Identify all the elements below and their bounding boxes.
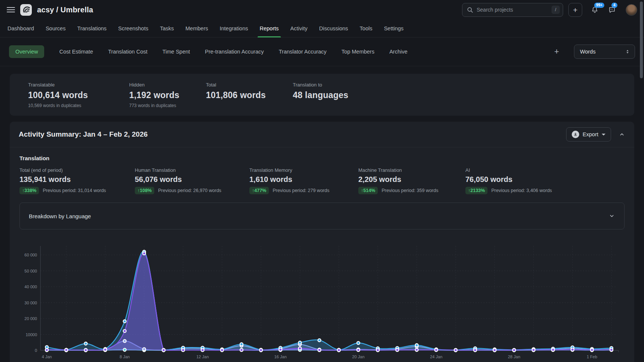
stat-translation-to: Translation to 48 languages	[283, 82, 348, 108]
metric-value: 2,205 words	[358, 175, 465, 184]
search-box[interactable]: /	[462, 3, 563, 17]
metric-label: Translation Memory	[249, 167, 358, 173]
change-badge: ↑514%	[358, 187, 378, 194]
svg-text:10000: 10000	[25, 332, 37, 337]
nav-item-members[interactable]: Members	[185, 19, 208, 37]
svg-text:40 000: 40 000	[24, 285, 37, 289]
logo-swirl-icon	[22, 5, 31, 14]
nav-item-tools[interactable]: Tools	[360, 19, 373, 37]
scrollbar[interactable]	[640, 1, 643, 78]
translation-activity-chart: 01000020 00030 00040 00050 00060 0004 Ja…	[19, 238, 625, 362]
tab-time-spent[interactable]: Time Spent	[162, 49, 190, 55]
activity-body: Translation Total (end of period) 135,94…	[10, 147, 634, 362]
tab-translation-cost[interactable]: Translation Cost	[108, 49, 148, 55]
svg-text:30 000: 30 000	[24, 301, 37, 305]
plus-icon: +	[573, 6, 577, 14]
messages-badge: 4	[611, 3, 617, 8]
activity-summary-card: Activity Summary: Jan 4 – Feb 2, 2026 Ex…	[10, 122, 634, 362]
nav-item-activity[interactable]: Activity	[290, 19, 307, 37]
previous-period: Previous period: 3,406 words	[491, 188, 552, 193]
stat-value: 1,192 words	[129, 90, 197, 100]
user-avatar[interactable]	[626, 4, 637, 16]
search-icon	[467, 7, 473, 13]
project-nav: Dashboard Sources Translations Screensho…	[0, 19, 644, 37]
tab-translator-accuracy[interactable]: Translator Accuracy	[279, 49, 327, 55]
nav-item-tasks[interactable]: Tasks	[160, 19, 174, 37]
metric-value: 1,610 words	[249, 175, 358, 184]
messages-button[interactable]: 4	[607, 5, 617, 15]
svg-text:60 000: 60 000	[24, 253, 37, 257]
svg-text:24 Jan: 24 Jan	[430, 355, 442, 359]
nav-item-reports[interactable]: Reports	[260, 19, 279, 37]
tab-archive[interactable]: Archive	[389, 49, 407, 55]
metric-label: Total (end of period)	[19, 167, 135, 173]
export-button[interactable]: Export	[566, 127, 611, 142]
nav-item-screenshots[interactable]: Screenshots	[118, 19, 149, 37]
stat-hidden: Hidden 1,192 words 773 words in duplicat…	[120, 82, 197, 108]
create-project-button[interactable]: +	[568, 3, 582, 17]
tab-overview[interactable]: Overview	[9, 45, 44, 58]
nav-item-integrations[interactable]: Integrations	[220, 19, 248, 37]
nav-item-translations[interactable]: Translations	[77, 19, 106, 37]
change-badge: ↑108%	[135, 187, 154, 194]
search-shortcut-key: /	[552, 6, 560, 14]
notifications-button[interactable]: 99+	[590, 5, 599, 15]
notifications-badge: 99+	[594, 3, 604, 8]
search-input[interactable]	[477, 7, 548, 13]
select-arrows-icon	[625, 49, 630, 55]
breakdown-label: Breakdown by Language	[29, 213, 91, 219]
svg-text:12 Jan: 12 Jan	[196, 355, 209, 359]
export-label: Export	[583, 131, 598, 137]
stat-sub: 10,569 words in duplicates	[28, 103, 120, 108]
nav-item-dashboard[interactable]: Dashboard	[7, 19, 34, 37]
collapse-section-button[interactable]	[619, 131, 625, 138]
svg-text:20 Jan: 20 Jan	[352, 355, 364, 359]
translation-section-title: Translation	[19, 155, 625, 161]
tab-cost-estimate[interactable]: Cost Estimate	[59, 49, 93, 55]
svg-text:50 000: 50 000	[24, 269, 37, 273]
nav-item-discussions[interactable]: Discussions	[319, 19, 348, 37]
breakdown-by-language-toggle[interactable]: Breakdown by Language	[19, 203, 625, 229]
stat-label: Translatable	[28, 82, 120, 88]
metric-ai: AI 76,050 words ↑2133% Previous period: …	[465, 167, 552, 194]
app-root: acsy / Umbrella / + 99+ 4	[0, 0, 644, 362]
previous-period: Previous period: 279 words	[273, 188, 329, 193]
unit-selector-value: Words	[580, 49, 596, 55]
unit-selector[interactable]: Words	[574, 45, 635, 59]
metric-label: Human Translation	[135, 167, 249, 173]
stat-label: Hidden	[129, 82, 197, 88]
nav-item-sources[interactable]: Sources	[46, 19, 66, 37]
project-logo[interactable]	[20, 4, 32, 16]
stat-label: Total	[206, 82, 283, 88]
stat-value: 100,614 words	[28, 90, 120, 100]
activity-title: Activity Summary: Jan 4 – Feb 2, 2026	[19, 130, 148, 139]
svg-text:1 Feb: 1 Feb	[587, 355, 597, 359]
metric-label: AI	[465, 167, 552, 173]
word-stats-card: Translatable 100,614 words 10,569 words …	[10, 74, 634, 116]
add-report-button[interactable]: +	[554, 48, 559, 56]
svg-text:16 Jan: 16 Jan	[274, 355, 286, 359]
svg-text:8 Jan: 8 Jan	[120, 355, 130, 359]
metric-human-translation: Human Translation 56,076 words ↑108% Pre…	[135, 167, 249, 194]
chevron-up-icon	[619, 131, 625, 138]
caret-down-icon	[602, 134, 605, 136]
reports-subnav: Overview Cost Estimate Translation Cost …	[0, 37, 644, 66]
svg-text:4 Jan: 4 Jan	[42, 355, 52, 359]
metric-total-end-of-period: Total (end of period) 135,941 words ↑338…	[19, 167, 135, 194]
activity-actions: Export	[566, 127, 625, 142]
hamburger-menu-icon[interactable]	[7, 7, 15, 12]
plus-icon: +	[554, 47, 559, 56]
change-badge: ↑2133%	[465, 187, 487, 194]
stat-total: Total 101,806 words	[197, 82, 283, 108]
svg-text:28 Jan: 28 Jan	[508, 355, 520, 359]
nav-item-settings[interactable]: Settings	[384, 19, 403, 37]
tab-pre-translation-accuracy[interactable]: Pre-translation Accuracy	[205, 49, 264, 55]
activity-header: Activity Summary: Jan 4 – Feb 2, 2026 Ex…	[10, 122, 634, 147]
svg-text:0: 0	[35, 348, 37, 353]
activity-chart-area: 01000020 00030 00040 00050 00060 0004 Ja…	[19, 238, 625, 362]
chevron-down-icon	[608, 213, 615, 219]
previous-period: Previous period: 359 words	[382, 188, 438, 193]
tab-top-members[interactable]: Top Members	[341, 49, 374, 55]
svg-text:20 000: 20 000	[24, 316, 37, 321]
download-icon	[572, 131, 579, 138]
